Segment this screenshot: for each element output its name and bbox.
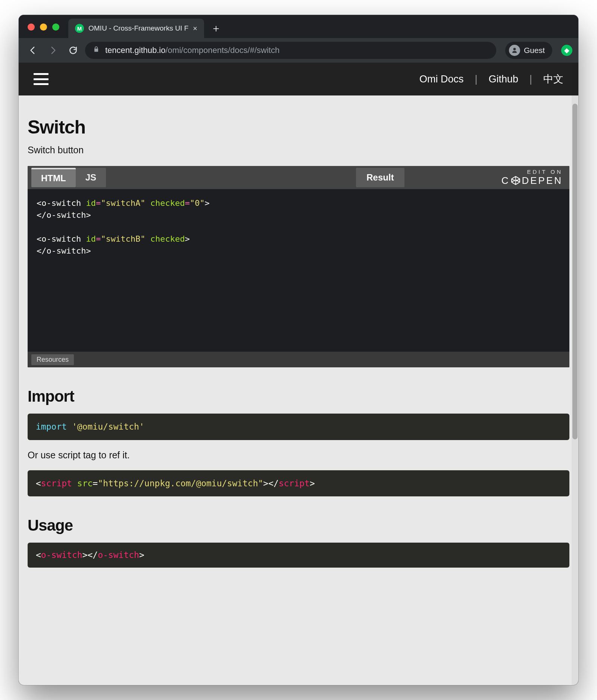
page-subtitle: Switch button — [28, 145, 569, 156]
url-text: tencent.github.io/omi/components/docs/#/… — [105, 45, 279, 55]
nav-github[interactable]: Github — [488, 73, 518, 85]
minimize-window-button[interactable] — [40, 23, 47, 31]
import-note: Or use script tag to ref it. — [28, 450, 569, 461]
header-nav: Omi Docs | Github | 中文 — [419, 72, 563, 86]
forward-button[interactable] — [45, 42, 61, 59]
tab-result[interactable]: Result — [356, 168, 404, 187]
browser-toolbar: tencent.github.io/omi/components/docs/#/… — [19, 38, 578, 63]
codepen-logo: C DEPEN — [501, 175, 563, 186]
site-header: Omi Docs | Github | 中文 — [19, 63, 578, 95]
edit-on-codepen[interactable]: EDIT ON C DEPEN — [501, 169, 563, 186]
nav-omi-docs[interactable]: Omi Docs — [419, 73, 464, 85]
tab-js[interactable]: JS — [76, 168, 106, 187]
titlebar: M OMIU - Cross-Frameworks UI F × ＋ — [19, 15, 578, 38]
browser-window: M OMIU - Cross-Frameworks UI F × ＋ tence… — [19, 15, 578, 685]
tab-title: OMIU - Cross-Frameworks UI F — [88, 24, 188, 32]
vertical-scrollbar[interactable] — [572, 63, 578, 685]
new-tab-button[interactable]: ＋ — [208, 20, 224, 37]
zoom-window-button[interactable] — [52, 23, 59, 31]
lock-icon — [93, 45, 100, 55]
profile-button[interactable]: Guest — [505, 42, 552, 59]
tab-strip: M OMIU - Cross-Frameworks UI F × ＋ — [59, 15, 578, 38]
nav-separator: | — [475, 73, 477, 85]
browser-tab[interactable]: M OMIU - Cross-Frameworks UI F × — [68, 19, 204, 38]
doc-body: Switch Switch button HTML JS Result EDIT… — [19, 95, 578, 571]
edit-on-label: EDIT ON — [501, 169, 563, 175]
profile-label: Guest — [524, 46, 545, 55]
codepen-embed: HTML JS Result EDIT ON C DEPEN <o-switch… — [28, 166, 569, 367]
usage-heading: Usage — [28, 517, 569, 534]
favicon-icon: M — [75, 24, 84, 33]
page-title: Switch — [28, 116, 569, 138]
codepen-tabs: HTML JS — [31, 168, 106, 187]
tab-html[interactable]: HTML — [31, 168, 76, 187]
codepen-code: <o-switch id="switchA" checked="0"> </o-… — [28, 189, 569, 352]
window-controls — [19, 23, 59, 38]
extension-icon[interactable]: ◆ — [561, 45, 572, 56]
menu-icon[interactable] — [34, 73, 49, 85]
page-viewport: Omi Docs | Github | 中文 Switch Switch but… — [19, 63, 578, 685]
codepen-toolbar: HTML JS Result EDIT ON C DEPEN — [28, 166, 569, 189]
resources-button[interactable]: Resources — [31, 354, 74, 365]
code-usage: <o-switch></o-switch> — [28, 543, 569, 568]
back-button[interactable] — [25, 42, 41, 59]
code-import: import '@omiu/switch' — [28, 414, 569, 440]
code-script-tag: <script src="https://unpkg.com/@omiu/swi… — [28, 470, 569, 497]
nav-separator: | — [529, 73, 532, 85]
nav-zh[interactable]: 中文 — [543, 72, 563, 86]
address-bar[interactable]: tencent.github.io/omi/components/docs/#/… — [85, 42, 496, 59]
scroll-thumb[interactable] — [572, 104, 578, 439]
import-heading: Import — [28, 387, 569, 405]
close-window-button[interactable] — [28, 23, 35, 31]
reload-button[interactable] — [65, 42, 81, 59]
avatar-icon — [509, 45, 520, 56]
close-tab-icon[interactable]: × — [193, 25, 197, 32]
codepen-footer: Resources — [28, 352, 569, 367]
